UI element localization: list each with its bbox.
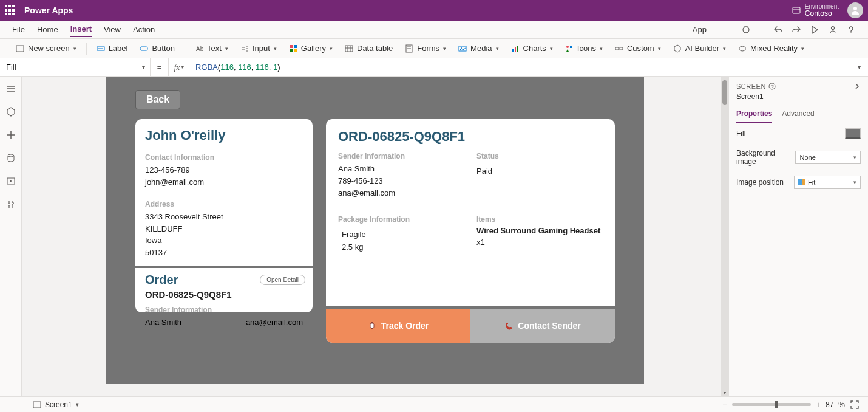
ribbon-media[interactable]: Media▾ (453, 41, 503, 55)
redo-icon[interactable] (792, 25, 801, 35)
zoom-out-button[interactable]: − (722, 400, 727, 410)
tools-icon[interactable] (6, 199, 16, 209)
order-summary-sender-label: Sender Information (135, 302, 313, 317)
insert-pane-icon[interactable] (6, 107, 16, 117)
formula-fx-button[interactable]: fx▾ (169, 58, 189, 76)
contact-sender-label: Contact Sender (518, 321, 580, 331)
fit-to-window-icon[interactable] (850, 400, 860, 410)
ribbon-datatable[interactable]: Data table (340, 41, 398, 55)
customer-phone: 123-456-789 (135, 164, 313, 176)
zoom-slider-thumb[interactable] (775, 401, 778, 408)
bgimage-select[interactable]: None ▾ (795, 151, 861, 164)
svg-point-5 (850, 32, 852, 33)
ribbon-forms[interactable]: Forms▾ (400, 41, 451, 55)
svg-text:Ab: Ab (196, 46, 203, 52)
ribbon-button[interactable]: Button (135, 41, 180, 55)
chevron-down-icon: ▾ (853, 179, 856, 185)
panel-tab-advanced[interactable]: Advanced (782, 106, 814, 123)
ribbon-text[interactable]: Ab Text▾ (190, 41, 233, 55)
ribbon-input-label: Input (253, 44, 270, 53)
menu-insert[interactable]: Insert (70, 22, 92, 37)
screen-selector[interactable]: Screen1 ▾ (33, 400, 79, 409)
address-label: Address (135, 196, 313, 211)
fill-color-swatch[interactable] (845, 128, 861, 139)
aibuilder-icon (673, 44, 682, 53)
sender-info-label: Sender Information (338, 152, 464, 160)
menu-row: File Home Insert View Action App (0, 21, 868, 39)
menu-action[interactable]: Action (133, 22, 155, 36)
ribbon-mixedreality-label: Mixed Reality (750, 44, 798, 53)
ribbon-icons[interactable]: Icons▾ (560, 41, 608, 55)
left-rail (0, 77, 22, 396)
canvas-scrollbar[interactable]: ▴ ▾ (721, 77, 728, 396)
svg-point-41 (8, 154, 14, 157)
status-bar: Screen1 ▾ − + 87 % (0, 396, 868, 412)
collapse-panel-icon[interactable] (853, 83, 861, 90)
menu-view[interactable]: View (104, 22, 121, 36)
back-button[interactable]: Back (135, 90, 180, 109)
user-avatar[interactable] (847, 2, 863, 18)
zoom-slider[interactable] (732, 403, 811, 406)
ribbon-custom[interactable]: Custom▾ (610, 41, 666, 55)
screen-icon (33, 400, 41, 409)
tree-view-icon[interactable] (6, 84, 16, 94)
svg-rect-30 (515, 47, 516, 52)
scroll-down-icon[interactable]: ▾ (721, 389, 728, 396)
input-icon (240, 44, 249, 53)
imgpos-select[interactable]: Fit ▾ (794, 176, 861, 189)
order-detail-card: ORD-06825-Q9Q8F1 Sender Information Ana … (326, 119, 615, 343)
ribbon-new-screen[interactable]: New screen▾ (11, 41, 81, 55)
panel-header-label: SCREEN (736, 83, 766, 90)
svg-point-4 (832, 26, 835, 29)
ribbon-label-label: Label (109, 44, 128, 53)
customer-email: john@email.com (135, 176, 313, 188)
open-detail-button[interactable]: Open Detail (260, 275, 305, 285)
scroll-thumb[interactable] (722, 80, 727, 105)
formula-bar: Fill ▾ = fx▾ RGBA(116, 116, 116, 1) ▾ (0, 58, 868, 77)
app-launcher-icon[interactable] (5, 5, 16, 16)
share-icon[interactable] (828, 25, 838, 35)
formula-expand-button[interactable]: ▾ (850, 64, 868, 70)
menu-file[interactable]: File (12, 22, 25, 36)
ribbon-mixedreality[interactable]: Mixed Reality▾ (733, 41, 809, 55)
add-icon[interactable] (6, 130, 16, 140)
svg-point-32 (566, 46, 569, 48)
custom-icon (615, 44, 623, 53)
help-icon[interactable] (846, 25, 856, 35)
formula-input[interactable]: RGBA(116, 116, 116, 1) (189, 63, 850, 72)
svg-rect-18 (290, 49, 293, 52)
ribbon-gallery-label: Gallery (301, 44, 326, 53)
ribbon-aibuilder[interactable]: AI Builder▾ (668, 41, 731, 55)
ribbon-custom-label: Custom (627, 44, 654, 53)
property-selector[interactable]: Fill ▾ (0, 58, 151, 76)
contact-sender-button[interactable]: Contact Sender (470, 309, 615, 343)
ribbon-input[interactable]: Input▾ (236, 41, 282, 55)
app-canvas[interactable]: Back John O'reilly Contact Information 1… (106, 77, 644, 384)
prop-bgimage-label: Background image (736, 149, 795, 166)
gallery-icon (289, 44, 297, 53)
data-icon[interactable] (6, 153, 16, 163)
track-order-label: Track Order (381, 321, 429, 331)
prop-imgpos-label: Image position (736, 178, 784, 187)
menu-app[interactable]: App (693, 22, 707, 36)
menu-home[interactable]: Home (37, 22, 58, 36)
undo-icon[interactable] (773, 25, 783, 35)
svg-rect-46 (371, 322, 373, 323)
environment-picker[interactable]: Environment Contoso (792, 3, 839, 18)
ribbon-gallery[interactable]: Gallery▾ (284, 41, 337, 55)
info-icon[interactable]: ? (768, 83, 776, 90)
panel-screen-name: Screen1 (729, 92, 868, 106)
track-order-button[interactable]: Track Order (326, 309, 470, 343)
play-icon[interactable] (810, 25, 819, 35)
svg-rect-19 (294, 49, 297, 52)
sender-name: Ana Smith (338, 163, 464, 175)
ribbon-charts[interactable]: Charts▾ (506, 41, 558, 55)
ribbon-label[interactable]: Label (92, 41, 133, 55)
media-pane-icon[interactable] (6, 176, 16, 186)
new-screen-icon (16, 44, 24, 53)
forms-icon (405, 44, 413, 53)
customer-card: John O'reilly Contact Information 123-45… (135, 119, 313, 312)
checker-icon[interactable] (741, 25, 751, 35)
panel-tab-properties[interactable]: Properties (736, 106, 772, 123)
zoom-in-button[interactable]: + (816, 400, 821, 410)
